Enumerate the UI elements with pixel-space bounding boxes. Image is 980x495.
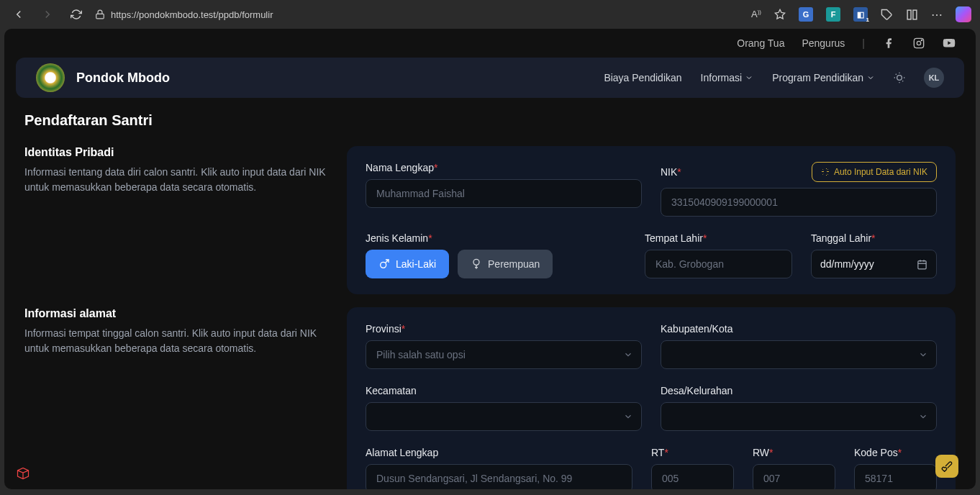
nik-input[interactable] <box>661 188 937 217</box>
auto-input-label: Auto Input Data dari NIK <box>834 167 927 177</box>
refresh-button[interactable] <box>66 4 86 24</box>
tanggal-placeholder: dd/mm/yyyy <box>820 258 874 270</box>
nav-biaya[interactable]: Biaya Pendidikan <box>604 72 681 83</box>
floating-action-button[interactable] <box>935 455 958 478</box>
nav-informasi[interactable]: Informasi <box>701 72 754 83</box>
section2-heading: Informasi alamat <box>24 307 327 320</box>
alamat-label: Alamat Lengkap <box>366 447 632 458</box>
svg-line-12 <box>902 81 903 81</box>
provinsi-select[interactable] <box>366 340 642 369</box>
logo[interactable] <box>36 63 65 92</box>
lock-icon <box>95 9 105 19</box>
extension-icon-2[interactable]: F <box>826 7 840 22</box>
svg-rect-2 <box>907 10 911 19</box>
nik-label: NIK* <box>661 166 681 178</box>
kodepos-input[interactable] <box>854 464 937 489</box>
rw-input[interactable] <box>753 464 835 489</box>
divider: | <box>862 37 865 49</box>
section2-desc: Informasi tempat tinggal calon santri. K… <box>24 326 327 356</box>
theme-toggle-icon[interactable] <box>894 72 905 83</box>
section1-heading: Identitas Pribadi <box>24 146 327 159</box>
read-aloud-icon[interactable]: A)) <box>751 9 761 19</box>
rt-label: RT* <box>651 447 734 458</box>
svg-point-17 <box>473 259 479 265</box>
male-icon <box>378 258 390 270</box>
page-title: Pendaftaran Santri <box>24 112 956 129</box>
nama-label: Nama Lengkap* <box>366 162 642 173</box>
more-icon[interactable]: ⋯ <box>931 8 943 22</box>
provinsi-label: Provinsi* <box>366 323 642 335</box>
jk-laki-button[interactable]: Laki-Laki <box>366 250 449 278</box>
svg-rect-20 <box>918 260 926 268</box>
tempat-input[interactable] <box>645 250 792 278</box>
tanggal-label: Tanggal Lahir* <box>811 232 937 244</box>
desa-label: Desa/Kelurahan <box>661 385 937 396</box>
orang-tua-link[interactable]: Orang Tua <box>737 37 784 49</box>
svg-point-5 <box>917 41 920 45</box>
favorite-icon[interactable] <box>774 9 786 20</box>
split-screen-icon[interactable] <box>906 9 918 21</box>
kec-label: Kecamatan <box>366 385 642 396</box>
svg-point-15 <box>381 262 386 268</box>
kec-select[interactable] <box>366 402 642 431</box>
svg-rect-0 <box>96 14 104 18</box>
auto-input-button[interactable]: Auto Input Data dari NIK <box>812 162 937 182</box>
facebook-icon[interactable] <box>882 37 895 50</box>
rw-label: RW* <box>753 447 835 458</box>
alamat-input[interactable] <box>366 464 632 489</box>
svg-line-11 <box>896 74 897 75</box>
youtube-icon[interactable] <box>943 37 956 50</box>
svg-point-6 <box>921 40 922 40</box>
jk-perempuan-button[interactable]: Perempuan <box>458 250 553 278</box>
forward-button[interactable] <box>37 4 58 24</box>
extension-icon-1[interactable]: G <box>799 7 813 22</box>
chevron-down-icon <box>745 73 753 82</box>
instagram-icon[interactable] <box>912 37 925 50</box>
url-text: https://pondokmbodo.test/ppdb/formulir <box>111 9 273 20</box>
section1-desc: Informasi tentang data diri calon santri… <box>24 165 327 195</box>
jk-label: Jenis Kelamin* <box>366 232 626 244</box>
extension-icon-3[interactable]: ◧ <box>853 7 868 22</box>
rt-input[interactable] <box>651 464 734 489</box>
svg-marker-1 <box>775 9 784 19</box>
back-button[interactable] <box>9 4 29 24</box>
kab-select[interactable] <box>661 340 937 369</box>
laravel-debugbar-icon[interactable] <box>16 466 30 481</box>
url-bar[interactable]: https://pondokmbodo.test/ppdb/formulir <box>95 9 743 20</box>
kab-label: Kabupaten/Kota <box>661 323 937 335</box>
nav-informasi-label: Informasi <box>701 72 743 83</box>
desa-select[interactable] <box>661 402 937 431</box>
copilot-icon[interactable] <box>956 6 971 22</box>
magic-icon <box>821 168 830 176</box>
female-icon <box>471 258 482 270</box>
nav-program-label: Program Pendidikan <box>772 72 863 83</box>
jk-laki-label: Laki-Laki <box>396 258 436 270</box>
chevron-down-icon <box>866 73 875 82</box>
tempat-label: Tempat Lahir* <box>645 232 792 244</box>
calendar-icon <box>917 259 927 270</box>
brush-icon <box>941 460 953 472</box>
kodepos-label: Kode Pos* <box>854 447 937 458</box>
avatar[interactable]: KL <box>924 68 944 88</box>
jk-perempuan-label: Perempuan <box>488 258 540 270</box>
nama-input[interactable] <box>366 179 642 208</box>
svg-rect-3 <box>913 10 917 19</box>
nav-program[interactable]: Program Pendidikan <box>772 72 875 83</box>
extensions-icon[interactable] <box>881 9 893 21</box>
svg-point-8 <box>897 76 902 81</box>
tanggal-input[interactable]: dd/mm/yyyy <box>811 250 937 278</box>
pengurus-link[interactable]: Pengurus <box>802 37 845 49</box>
brand-name[interactable]: Pondok Mbodo <box>76 71 170 86</box>
